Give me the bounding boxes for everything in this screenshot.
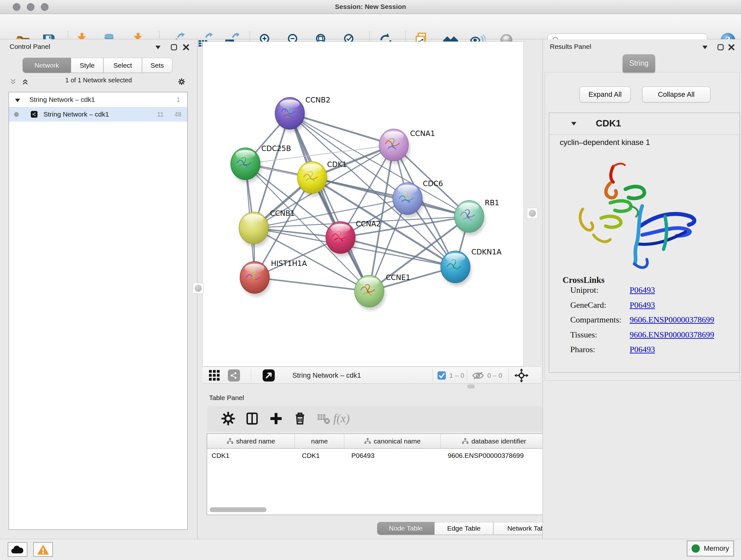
node-label-CDC6: CDC6 xyxy=(423,179,443,188)
network-view-toolbar: String Network – cdk1 1 – 0 0 – 0 xyxy=(202,367,542,384)
selected-checkbox[interactable] xyxy=(437,367,446,384)
delete-column-button[interactable] xyxy=(291,411,309,428)
column-header-database-identifier[interactable]: database identifier xyxy=(441,434,548,448)
string-network-badge-icon xyxy=(29,110,39,119)
tab-sets[interactable]: Sets xyxy=(142,58,172,73)
tab-select[interactable]: Select xyxy=(104,58,142,73)
add-column-button[interactable] xyxy=(267,411,285,428)
protein-section-header[interactable]: CDK1 xyxy=(549,113,739,135)
tab-edge-table[interactable]: Edge Table xyxy=(434,522,493,535)
share-icon xyxy=(227,369,240,382)
table-hscrollbar-thumb[interactable] xyxy=(210,507,266,512)
panel-menu-icon[interactable] xyxy=(154,43,162,51)
collapse-all-button[interactable]: Collapse All xyxy=(642,86,711,103)
network-node-HIST1H1A[interactable] xyxy=(240,261,271,297)
share-view-button[interactable] xyxy=(227,367,240,384)
column-header-name[interactable]: name xyxy=(295,434,344,448)
selected-count: 1 – 0 xyxy=(449,367,464,384)
table-cell: P06493 xyxy=(344,452,441,459)
network-graph[interactable]: CCNB2CCNA1CDC25BCDK1CDC6RB1CCNB1CCNA2CDK… xyxy=(203,42,523,366)
node-label-CCNE1: CCNE1 xyxy=(386,273,410,282)
network-node-CDK1[interactable] xyxy=(297,162,328,197)
memory-button[interactable]: Memory xyxy=(687,541,734,557)
control-panel-title: Control Panel xyxy=(10,43,50,51)
node-label-CCNB2: CCNB2 xyxy=(306,96,330,104)
section-expander-icon[interactable] xyxy=(569,119,578,128)
float-panel-icon[interactable] xyxy=(170,43,178,51)
crosslink-value-link[interactable]: 9606.ENSP00000378699 xyxy=(630,330,714,340)
hidden-count: 0 – 0 xyxy=(487,367,502,384)
column-header-shared-name[interactable]: shared name xyxy=(207,434,295,448)
network-options-gear-icon[interactable] xyxy=(176,76,187,87)
table-cell: CDK1 xyxy=(295,452,344,459)
tab-network[interactable]: Network xyxy=(23,58,71,73)
network-canvas[interactable]: CCNB2CCNA1CDC25BCDK1CDC6RB1CCNB1CCNA2CDK… xyxy=(202,42,524,367)
crosslink-value-link[interactable]: 9606.ENSP00000378699 xyxy=(630,315,714,325)
node-label-CCNA2: CCNA2 xyxy=(356,220,381,228)
cloud-button[interactable] xyxy=(8,542,27,557)
network-row-selected[interactable]: String Network – cdk1 11 48 xyxy=(9,107,187,122)
protein-ribbon-image xyxy=(564,153,698,274)
float-panel-icon[interactable] xyxy=(717,43,725,51)
svg-text:f(x): f(x) xyxy=(333,412,350,425)
network-node-RB1[interactable] xyxy=(455,200,485,236)
birds-eye-toggle[interactable] xyxy=(262,367,275,384)
close-panel-icon[interactable] xyxy=(727,43,736,51)
results-panel-title: Results Panel xyxy=(550,43,591,51)
node-label-RB1: RB1 xyxy=(485,199,499,207)
horizontal-splitter-handle[interactable] xyxy=(467,384,475,388)
panel-menu-icon[interactable] xyxy=(701,43,709,51)
hidden-toggle[interactable] xyxy=(472,367,484,384)
crosslink-value-link[interactable]: P06493 xyxy=(630,286,655,295)
right-splitter-handle[interactable] xyxy=(527,208,538,219)
crosslink-row: Uniprot:P06493 xyxy=(549,286,739,300)
collection-expander-icon[interactable] xyxy=(13,96,22,105)
add-column-icon xyxy=(269,412,283,427)
columns-button[interactable] xyxy=(244,411,261,428)
memory-label: Memory xyxy=(704,544,729,553)
warnings-button[interactable] xyxy=(33,542,53,557)
window-title: Session: New Session xyxy=(0,3,741,10)
network-status-dot xyxy=(14,112,19,117)
fork-icon xyxy=(364,438,371,445)
close-panel-icon[interactable] xyxy=(182,43,190,51)
tab-string[interactable]: String xyxy=(623,54,655,72)
network-node-CCNE1[interactable] xyxy=(354,275,386,310)
network-collection-row[interactable]: String Network – cdk1 1 xyxy=(9,92,187,107)
function-builder-button: f(x) xyxy=(334,411,352,428)
tab-node-table[interactable]: Node Table xyxy=(377,522,434,535)
network-node-CCNA1[interactable] xyxy=(379,129,410,164)
network-list: String Network – cdk1 1 String Network –… xyxy=(9,92,188,530)
network-node-count: 11 xyxy=(157,111,164,118)
grid-view-button[interactable] xyxy=(208,367,220,384)
crosslink-row: Tissues:9606.ENSP00000378699 xyxy=(549,330,739,345)
network-edge-CDK1-RB1[interactable] xyxy=(312,178,469,216)
network-view-title: String Network – cdk1 xyxy=(292,367,361,384)
tab-style[interactable]: Style xyxy=(71,58,104,73)
network-edge-HIST1H1A-CCNE1[interactable] xyxy=(255,277,369,291)
delete-column-icon xyxy=(293,412,307,427)
crosslink-value-link[interactable]: P06493 xyxy=(630,345,655,354)
node-label-HIST1H1A: HIST1H1A xyxy=(271,259,307,267)
crosslinks-heading: CrossLinks xyxy=(562,275,605,285)
gear-button[interactable] xyxy=(219,411,237,428)
network-node-CDC25B[interactable] xyxy=(231,148,262,183)
fit-content-button[interactable] xyxy=(515,367,529,384)
network-edge-count: 48 xyxy=(175,111,182,118)
expand-all-button[interactable]: Expand All xyxy=(580,86,630,103)
network-node-CCNB2[interactable] xyxy=(275,98,306,132)
network-node-CDKN1A[interactable] xyxy=(441,251,472,286)
node-label-CDC25B: CDC25B xyxy=(261,144,291,152)
left-splitter-handle[interactable] xyxy=(193,283,204,294)
node-label-CDK1: CDK1 xyxy=(327,160,347,169)
crosslink-value-link[interactable]: P06493 xyxy=(630,300,655,310)
protein-name: CDK1 xyxy=(596,118,621,129)
column-header-canonical-name[interactable]: canonical name xyxy=(344,434,441,448)
table-cell: CDK1 xyxy=(207,452,295,459)
crosslink-label: Pharos: xyxy=(570,345,595,354)
fork-icon xyxy=(226,438,233,445)
status-bar: Memory xyxy=(0,539,741,560)
function-builder-icon: f(x) xyxy=(332,411,354,427)
grid-icon xyxy=(208,369,220,381)
network-selection-status: 1 of 1 Network selected xyxy=(0,77,197,84)
